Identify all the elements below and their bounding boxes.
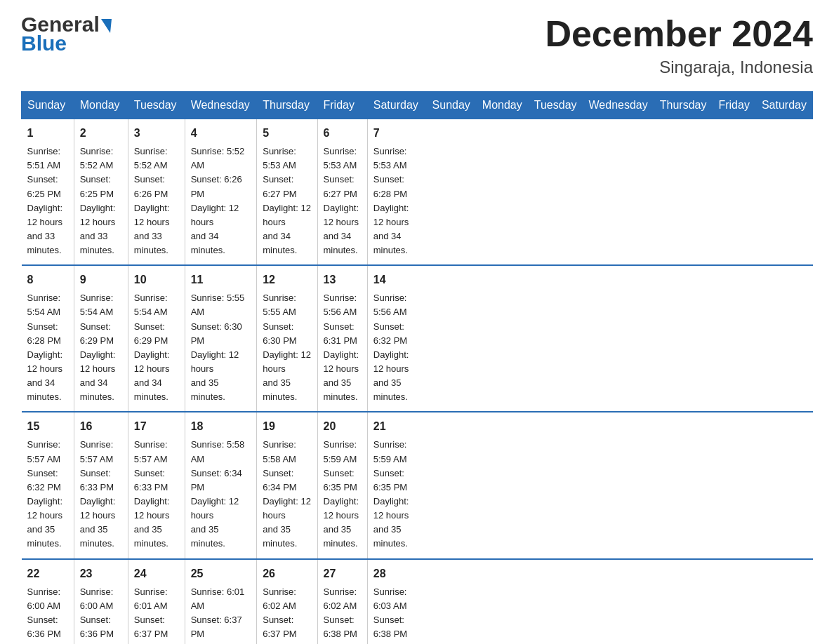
day-info: Sunrise: 5:52 AM Sunset: 6:26 PM Dayligh…: [191, 145, 251, 257]
calendar-cell: 10Sunrise: 5:54 AM Sunset: 6:29 PM Dayli…: [128, 265, 185, 412]
header-wednesday: Wednesday: [185, 92, 257, 119]
calendar-cell: 19Sunrise: 5:58 AM Sunset: 6:34 PM Dayli…: [257, 412, 317, 558]
day-number: 26: [263, 565, 311, 582]
calendar-subtitle: Singaraja, Indonesia: [545, 58, 813, 77]
logo: General Blue: [21, 14, 112, 54]
calendar-week-row: 15Sunrise: 5:57 AM Sunset: 6:32 PM Dayli…: [22, 412, 813, 558]
day-info: Sunrise: 5:59 AM Sunset: 6:35 PM Dayligh…: [373, 438, 421, 551]
calendar-cell: 5Sunrise: 5:53 AM Sunset: 6:27 PM Daylig…: [257, 119, 317, 266]
calendar-cell: 9Sunrise: 5:54 AM Sunset: 6:29 PM Daylig…: [74, 265, 128, 412]
header-saturday: Saturday: [755, 92, 812, 119]
header-wednesday: Wednesday: [583, 92, 654, 119]
calendar-cell: 11Sunrise: 5:55 AM Sunset: 6:30 PM Dayli…: [185, 265, 257, 412]
header-thursday: Thursday: [654, 92, 713, 119]
day-number: 14: [373, 271, 421, 288]
calendar-cell: 27Sunrise: 6:02 AM Sunset: 6:38 PM Dayli…: [317, 559, 367, 644]
header-monday: Monday: [476, 92, 528, 119]
calendar-cell: 18Sunrise: 5:58 AM Sunset: 6:34 PM Dayli…: [185, 412, 257, 558]
calendar-cell: 22Sunrise: 6:00 AM Sunset: 6:36 PM Dayli…: [22, 559, 74, 644]
calendar-header-row: SundayMondayTuesdayWednesdayThursdayFrid…: [22, 92, 813, 119]
day-info: Sunrise: 5:57 AM Sunset: 6:33 PM Dayligh…: [134, 438, 179, 551]
day-number: 1: [27, 125, 68, 142]
day-info: Sunrise: 6:03 AM Sunset: 6:38 PM Dayligh…: [373, 585, 421, 644]
logo-triangle-icon: [101, 19, 112, 33]
header-thursday: Thursday: [257, 92, 317, 119]
calendar-cell: 28Sunrise: 6:03 AM Sunset: 6:38 PM Dayli…: [367, 559, 426, 644]
day-number: 27: [324, 565, 362, 582]
day-info: Sunrise: 5:54 AM Sunset: 6:29 PM Dayligh…: [134, 291, 179, 404]
calendar-cell: 23Sunrise: 6:00 AM Sunset: 6:36 PM Dayli…: [74, 559, 128, 644]
day-number: 19: [263, 418, 311, 435]
day-number: 13: [324, 271, 362, 288]
calendar-cell: 4Sunrise: 5:52 AM Sunset: 6:26 PM Daylig…: [185, 119, 257, 266]
day-info: Sunrise: 5:54 AM Sunset: 6:29 PM Dayligh…: [80, 291, 122, 404]
header-friday: Friday: [317, 92, 367, 119]
calendar-cell: 1Sunrise: 5:51 AM Sunset: 6:25 PM Daylig…: [22, 119, 74, 266]
calendar-cell: 3Sunrise: 5:52 AM Sunset: 6:26 PM Daylig…: [128, 119, 185, 266]
day-info: Sunrise: 6:01 AM Sunset: 6:37 PM Dayligh…: [191, 585, 251, 644]
header-monday: Monday: [74, 92, 128, 119]
calendar-cell: 13Sunrise: 5:56 AM Sunset: 6:31 PM Dayli…: [317, 265, 367, 412]
header-friday: Friday: [713, 92, 755, 119]
day-number: 6: [324, 125, 362, 142]
day-info: Sunrise: 5:56 AM Sunset: 6:32 PM Dayligh…: [373, 291, 421, 404]
calendar-title: December 2024: [545, 14, 813, 54]
day-number: 3: [134, 125, 179, 142]
day-number: 9: [80, 271, 122, 288]
calendar-cell: 14Sunrise: 5:56 AM Sunset: 6:32 PM Dayli…: [367, 265, 426, 412]
calendar-week-row: 22Sunrise: 6:00 AM Sunset: 6:36 PM Dayli…: [22, 559, 813, 644]
calendar-week-row: 1Sunrise: 5:51 AM Sunset: 6:25 PM Daylig…: [22, 119, 813, 266]
day-info: Sunrise: 5:57 AM Sunset: 6:33 PM Dayligh…: [80, 438, 122, 551]
day-number: 18: [191, 418, 251, 435]
day-number: 11: [191, 271, 251, 288]
logo-blue-text: Blue: [21, 33, 67, 54]
calendar-cell: 24Sunrise: 6:01 AM Sunset: 6:37 PM Dayli…: [128, 559, 185, 644]
day-info: Sunrise: 6:00 AM Sunset: 6:36 PM Dayligh…: [27, 585, 68, 644]
calendar-cell: 6Sunrise: 5:53 AM Sunset: 6:27 PM Daylig…: [317, 119, 367, 266]
day-number: 23: [80, 565, 122, 582]
calendar-table: SundayMondayTuesdayWednesdayThursdayFrid…: [21, 91, 813, 644]
header-sunday: Sunday: [426, 92, 476, 119]
day-info: Sunrise: 5:57 AM Sunset: 6:32 PM Dayligh…: [27, 438, 68, 551]
day-info: Sunrise: 5:52 AM Sunset: 6:25 PM Dayligh…: [80, 145, 122, 257]
calendar-cell: 8Sunrise: 5:54 AM Sunset: 6:28 PM Daylig…: [22, 265, 74, 412]
day-number: 24: [134, 565, 179, 582]
day-info: Sunrise: 5:56 AM Sunset: 6:31 PM Dayligh…: [324, 291, 362, 404]
calendar-cell: 12Sunrise: 5:55 AM Sunset: 6:30 PM Dayli…: [257, 265, 317, 412]
header-tuesday: Tuesday: [528, 92, 583, 119]
day-number: 28: [373, 565, 421, 582]
header-tuesday: Tuesday: [128, 92, 185, 119]
day-info: Sunrise: 5:58 AM Sunset: 6:34 PM Dayligh…: [191, 438, 251, 551]
day-info: Sunrise: 5:58 AM Sunset: 6:34 PM Dayligh…: [263, 438, 311, 551]
calendar-cell: 21Sunrise: 5:59 AM Sunset: 6:35 PM Dayli…: [367, 412, 426, 558]
day-number: 17: [134, 418, 179, 435]
calendar-cell: 20Sunrise: 5:59 AM Sunset: 6:35 PM Dayli…: [317, 412, 367, 558]
day-info: Sunrise: 5:53 AM Sunset: 6:28 PM Dayligh…: [373, 145, 421, 257]
day-number: 5: [263, 125, 311, 142]
day-number: 25: [191, 565, 251, 582]
day-number: 7: [373, 125, 421, 142]
calendar-week-row: 8Sunrise: 5:54 AM Sunset: 6:28 PM Daylig…: [22, 265, 813, 412]
day-info: Sunrise: 5:51 AM Sunset: 6:25 PM Dayligh…: [27, 145, 68, 257]
day-number: 10: [134, 271, 179, 288]
header-saturday: Saturday: [367, 92, 426, 119]
day-number: 21: [373, 418, 421, 435]
calendar-cell: 16Sunrise: 5:57 AM Sunset: 6:33 PM Dayli…: [74, 412, 128, 558]
calendar-cell: 17Sunrise: 5:57 AM Sunset: 6:33 PM Dayli…: [128, 412, 185, 558]
calendar-cell: 26Sunrise: 6:02 AM Sunset: 6:37 PM Dayli…: [257, 559, 317, 644]
day-info: Sunrise: 5:53 AM Sunset: 6:27 PM Dayligh…: [263, 145, 311, 257]
day-info: Sunrise: 6:02 AM Sunset: 6:38 PM Dayligh…: [324, 585, 362, 644]
day-number: 22: [27, 565, 68, 582]
day-info: Sunrise: 6:00 AM Sunset: 6:36 PM Dayligh…: [80, 585, 122, 644]
day-number: 15: [27, 418, 68, 435]
title-block: December 2024 Singaraja, Indonesia: [545, 14, 813, 77]
day-number: 12: [263, 271, 311, 288]
calendar-cell: 7Sunrise: 5:53 AM Sunset: 6:28 PM Daylig…: [367, 119, 426, 266]
day-info: Sunrise: 5:59 AM Sunset: 6:35 PM Dayligh…: [324, 438, 362, 551]
day-number: 20: [324, 418, 362, 435]
day-info: Sunrise: 5:55 AM Sunset: 6:30 PM Dayligh…: [263, 291, 311, 404]
day-info: Sunrise: 5:53 AM Sunset: 6:27 PM Dayligh…: [324, 145, 362, 257]
calendar-cell: 25Sunrise: 6:01 AM Sunset: 6:37 PM Dayli…: [185, 559, 257, 644]
day-info: Sunrise: 5:54 AM Sunset: 6:28 PM Dayligh…: [27, 291, 68, 404]
day-info: Sunrise: 6:02 AM Sunset: 6:37 PM Dayligh…: [263, 585, 311, 644]
